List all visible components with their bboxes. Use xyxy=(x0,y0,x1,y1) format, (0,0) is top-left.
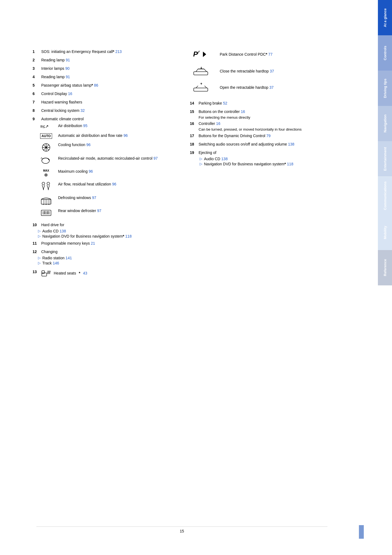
item-link[interactable]: 52 xyxy=(223,101,227,105)
item-text: Ejecting of xyxy=(199,150,336,156)
item-link[interactable]: 16 xyxy=(68,92,72,96)
sub-item-text: Track 146 xyxy=(42,261,59,265)
sidebar-tab-entertainment[interactable]: Entertainment xyxy=(378,141,392,176)
arrow-icon: ▷ xyxy=(200,157,202,161)
item-text: Reading lamp 91 xyxy=(41,57,174,63)
sub-item-link[interactable]: 146 xyxy=(53,261,59,265)
item-link[interactable]: 138 xyxy=(288,142,294,146)
air-distribution-link[interactable]: 95 xyxy=(83,124,88,128)
airflow-text: Air flow, residual heat utilization 96 xyxy=(58,181,174,187)
sidebar-tab-reference[interactable]: Reference xyxy=(378,250,392,285)
sidebar-tab-driving-tips[interactable]: Driving tips xyxy=(378,71,392,106)
sub-item-text: Radio station 141 xyxy=(42,256,72,260)
sidebar-tab-communications[interactable]: Communications xyxy=(378,176,392,215)
pdc-text: Park Distance Control PDC* 77 xyxy=(220,52,336,57)
climate-icon-row-air-dist: ≡≤↗ Air distribution 95 xyxy=(38,123,174,130)
item-number: 8 xyxy=(33,108,40,113)
item-link[interactable]: 86 xyxy=(94,83,98,87)
arrow-icon: ▷ xyxy=(38,256,41,260)
max-cooling-text: Maximum cooling 96 xyxy=(58,169,174,174)
list-item: 1 SOS: initiating an Emergency Request c… xyxy=(33,49,174,55)
climate-icon-row-airflow: Air flow, residual heat utilization 96 xyxy=(38,181,174,192)
pdc-link[interactable]: 77 xyxy=(268,52,273,56)
item-link[interactable]: 79 xyxy=(266,134,271,138)
max-cooling-link[interactable]: 96 xyxy=(89,169,93,174)
climate-icon-row-max: MAX ❄ Maximum cooling 96 xyxy=(38,169,174,178)
item-text: Changing xyxy=(41,249,174,255)
svg-point-7 xyxy=(42,158,49,163)
heated-seats-link[interactable]: 43 xyxy=(83,270,87,276)
item-text: Interior lamps 90 xyxy=(41,66,174,71)
climate-icon-row-auto: AUTO Automatic air distribution and flow… xyxy=(38,133,174,139)
svg-point-10 xyxy=(47,182,50,185)
defrost-text: Defrosting windows 97 xyxy=(58,195,174,200)
sub-item-link[interactable]: 141 xyxy=(66,256,72,260)
item-text: Switching audio sources on/off and adjus… xyxy=(199,141,336,147)
item-link[interactable]: 21 xyxy=(91,241,95,245)
sub-list-10: ▷ Audio CD 138 ▷ Navigation DVD for Busi… xyxy=(38,229,174,238)
svg-text:≡≤↗: ≡≤↗ xyxy=(40,124,49,129)
list-item: 5 Passenger airbag status lamp* 86 xyxy=(33,83,174,88)
sidebar-tab-navigation[interactable]: Navigation xyxy=(378,106,392,141)
open-hardtop-link[interactable]: 37 xyxy=(269,85,274,90)
list-item-16: 16 Controller 16Can be turned, pressed, … xyxy=(190,121,336,132)
list-item: 2 Reading lamp 91 xyxy=(33,57,174,63)
item-link[interactable]: 90 xyxy=(65,66,70,71)
open-hardtop-icon xyxy=(193,83,210,92)
rear-defrost-link[interactable]: 97 xyxy=(97,209,101,213)
item-text: Passenger airbag status lamp* 86 xyxy=(41,83,174,88)
page-number-container: 15 xyxy=(0,526,364,533)
open-hardtop-row: Open the retractable hardtop 37 xyxy=(193,83,336,92)
list-item: 4 Reading lamp 91 xyxy=(33,74,174,80)
close-hardtop-link[interactable]: 37 xyxy=(270,69,274,73)
item-number: 2 xyxy=(33,57,40,63)
defrost-link[interactable]: 97 xyxy=(92,195,96,200)
sidebar-tab-mobility[interactable]: Mobility xyxy=(378,215,392,250)
list-item-11: 11 Programmable memory keys 21 xyxy=(33,241,174,246)
item-link[interactable]: 91 xyxy=(66,75,70,79)
cooling-link[interactable]: 96 xyxy=(86,143,91,147)
sub-item: ▷ Audio CD 138 xyxy=(200,157,336,161)
auto-dist-text: Automatic air distribution and flow rate… xyxy=(58,133,174,138)
defrost-icon xyxy=(38,195,54,205)
sidebar-tab-controls[interactable]: Controls xyxy=(378,35,392,71)
item-number: 16 xyxy=(190,121,197,132)
left-column: 1 SOS: initiating an Emergency Request c… xyxy=(33,49,174,280)
rear-defrost-text: Rear window defroster 97 xyxy=(58,208,174,213)
item-text: Heated seats* 43 xyxy=(41,269,174,277)
sub-item-link[interactable]: 138 xyxy=(60,229,66,233)
open-hardtop-icon-cell xyxy=(193,83,214,92)
sub-item-text: Navigation DVD for Business navigation s… xyxy=(42,234,132,238)
sub-item-link[interactable]: 118 xyxy=(287,162,293,166)
right-column: P ⁄⁄ Park Distance Control PDC* 77 xyxy=(190,49,336,280)
rear-defrost-icon xyxy=(38,208,54,218)
item-number: 19 xyxy=(190,150,197,156)
item-number: 17 xyxy=(190,133,197,139)
item-link[interactable]: 91 xyxy=(66,58,70,62)
sub-item-link[interactable]: 118 xyxy=(125,234,132,238)
auto-dist-link[interactable]: 96 xyxy=(123,133,128,138)
item-text: Parking brake 52 xyxy=(199,100,336,106)
item-number: 11 xyxy=(33,241,40,246)
close-hardtop-icon-cell xyxy=(193,66,214,76)
item-link[interactable]: 32 xyxy=(81,108,85,113)
sub-item: ▷ Navigation DVD for Business navigation… xyxy=(200,162,336,166)
list-item-13: 13 Heated seats* 43 xyxy=(33,269,174,277)
sub-item: ▷ Audio CD 138 xyxy=(38,229,174,233)
sidebar-tab-at-a-glance[interactable]: At a glance xyxy=(378,0,392,35)
sub-item-link[interactable]: 138 xyxy=(221,157,228,161)
sub-list-12: ▷ Radio station 141 ▷ Track 146 xyxy=(38,256,174,265)
max-label: MAX xyxy=(43,169,49,172)
item-number: 14 xyxy=(190,100,197,106)
item-link[interactable]: 16 xyxy=(216,121,221,126)
item-link[interactable]: 16 xyxy=(241,109,245,114)
recirc-link[interactable]: 97 xyxy=(154,156,158,160)
svg-rect-11 xyxy=(41,199,51,204)
item-text: Hazard warning flashers xyxy=(41,99,174,105)
close-hardtop-text: Close the retractable hardtop 37 xyxy=(220,68,336,74)
svg-line-28 xyxy=(196,86,198,88)
list-item-10: 10 Hard drive for xyxy=(33,222,174,228)
airflow-link[interactable]: 96 xyxy=(112,182,116,186)
item-number: 1 xyxy=(33,49,40,55)
item-link[interactable]: 213 xyxy=(115,49,122,54)
